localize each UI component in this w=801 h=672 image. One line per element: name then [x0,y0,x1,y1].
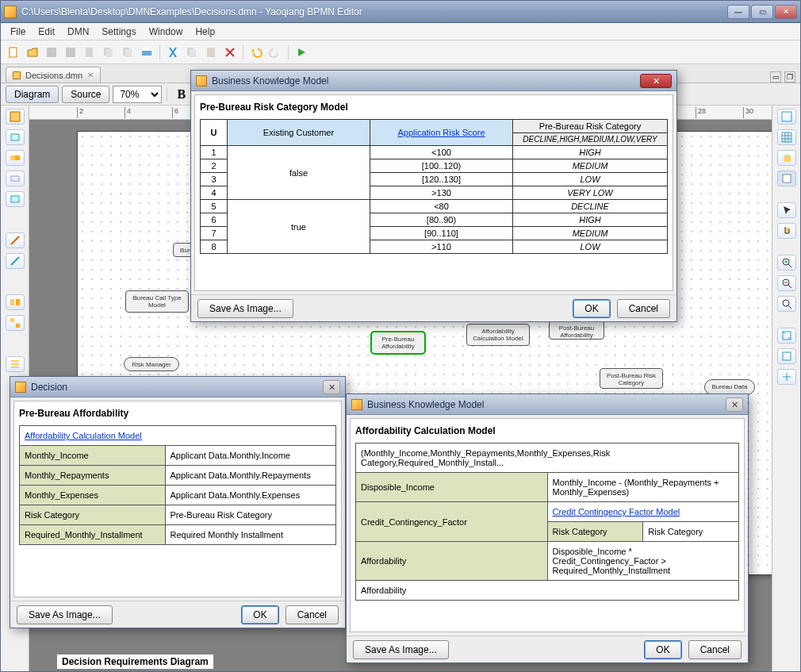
svg-rect-18 [11,196,19,202]
dialog-titlebar[interactable]: Business Knowledge Model ✕ [191,71,676,91]
cancel-button[interactable]: Cancel [688,640,742,659]
pages-icon[interactable] [120,44,136,60]
palette-knowledge-icon[interactable] [6,191,25,207]
menu-settings[interactable]: Settings [97,25,140,39]
svg-rect-0 [10,48,17,57]
page-icon[interactable] [82,44,98,60]
maximize-button[interactable]: ▭ [751,5,773,19]
palette-align1-icon[interactable] [777,328,796,344]
palette-align2-icon[interactable] [777,348,796,364]
palette-select-icon[interactable] [777,202,796,218]
close-button[interactable]: ✕ [775,5,797,19]
dialog-bkm1: Business Knowledge Model ✕ Pre-Bureau Ri… [190,70,677,322]
dialog-titlebar[interactable]: Decision ✕ [10,377,345,397]
save-as-image-button[interactable]: Save As Image... [353,640,449,659]
svg-rect-12 [207,48,215,57]
node-aff-calc-model[interactable]: Affordability Calculation Model [466,324,530,346]
cancel-button[interactable]: Cancel [286,605,339,624]
svg-rect-22 [16,299,20,305]
dialog-titlebar[interactable]: Business Knowledge Model ✕ [347,394,748,415]
new-icon[interactable] [6,44,21,60]
menu-help[interactable]: Help [190,25,220,39]
print-icon[interactable] [139,44,155,60]
cancel-button[interactable]: Cancel [617,299,670,318]
tab-restore-icon[interactable]: ▭ [770,71,781,83]
save-all-icon[interactable] [63,44,79,60]
svg-rect-30 [784,156,791,162]
minimize-button[interactable]: — [727,5,749,19]
page-label: Decision Requirements Diagram [56,654,214,670]
palette-align3-icon[interactable] [777,369,796,385]
dialog-footer: Save As Image... OK Cancel [191,294,676,321]
palette-zoomfit-icon[interactable] [777,296,796,312]
node-bureau-data[interactable]: Bureau Data [704,379,755,395]
svg-rect-23 [10,318,14,322]
col-output: Pre-Bureau Risk Category [513,120,668,133]
node-risk-manager[interactable]: Risk Manager [124,357,179,371]
close-icon[interactable]: ✕ [640,74,672,88]
zoom-select[interactable]: 70% [113,86,162,103]
palette-input-icon[interactable] [6,171,25,186]
palette-hand-icon[interactable] [777,223,796,239]
out-values: DECLINE,HIGH,MEDIUM,LOW,VERY [513,133,668,146]
save-as-image-button[interactable]: Save As Image... [197,299,293,318]
ok-button[interactable]: OK [573,299,610,318]
copy-page-icon[interactable] [101,44,117,60]
node-post-bureau-aff[interactable]: Post-Bureau Affordability [549,321,604,340]
context-table: (Monthly_Income,Monthly_Repayments,Month… [355,443,739,601]
svg-rect-21 [10,299,14,305]
palette-grid-icon[interactable] [777,109,796,125]
menu-edit[interactable]: Edit [33,25,59,39]
svg-rect-1 [47,48,56,57]
copy-icon[interactable] [184,44,200,60]
paste-icon[interactable] [203,44,219,60]
delete-icon[interactable] [222,44,238,60]
ccf-link[interactable]: Credit Contingency Factor Model [553,507,680,516]
tabbar-right: ▭ ❐ [770,71,795,83]
palette-bkm-icon[interactable] [6,150,25,166]
save-icon[interactable] [44,44,59,60]
save-as-image-button[interactable]: Save As Image... [17,605,113,624]
node-post-bureau-risk[interactable]: Post-Bureau Risk Category [600,368,663,389]
undo-icon[interactable] [248,44,264,60]
titlebar: C:\Users\Blenta\Desktop\DMNExamples\Deci… [1,1,800,23]
svg-rect-14 [11,134,19,140]
palette-list-icon[interactable] [6,356,25,372]
run-icon[interactable] [293,44,309,60]
col-existing-customer: Existing Customer [228,120,370,146]
close-icon[interactable]: ✕ [726,397,743,412]
diagram-button[interactable]: Diagram [6,86,59,103]
menu-file[interactable]: File [6,25,30,39]
bold-button[interactable]: B [172,87,190,102]
palette-zoomout-icon[interactable] [777,275,796,291]
ok-button[interactable]: OK [241,605,278,624]
palette-group2-icon[interactable] [6,315,25,331]
palette-group1-icon[interactable] [6,294,25,310]
open-icon[interactable] [25,44,40,60]
menu-window[interactable]: Window [144,25,188,39]
tab-max-icon[interactable]: ❐ [784,71,795,83]
palette-link1-icon[interactable] [6,232,25,248]
source-button[interactable]: Source [62,86,109,103]
svg-rect-8 [142,51,151,56]
close-icon[interactable]: ✕ [323,380,340,394]
model-link[interactable]: Affordability Calculation Model [25,431,142,440]
dialog-body: Pre-Bureau Affordability Affordability C… [13,401,342,597]
menu-dmn[interactable]: DMN [63,25,94,39]
ok-button[interactable]: OK [644,640,681,659]
node-bct-model[interactable]: Bureau Call Type Model [125,290,189,313]
tab-close-icon[interactable]: ✕ [87,71,94,79]
palette-pointer-icon[interactable] [6,109,25,125]
palette-overview-icon[interactable] [777,171,796,186]
palette-grid2-icon[interactable] [777,129,796,145]
redo-icon[interactable] [267,44,283,60]
dialog-body: Pre-Bureau Risk Category Model U Existin… [194,94,673,291]
palette-decision-icon[interactable] [6,129,25,145]
palette-zoomin-icon[interactable] [777,255,796,271]
col-link[interactable]: Application Risk Score [397,128,485,137]
document-tab[interactable]: Decisions.dmn ✕ [6,67,101,83]
node-pre-bureau-aff[interactable]: Pre-Bureau Affordability [371,332,425,354]
palette-link2-icon[interactable] [6,253,25,269]
cut-icon[interactable] [165,44,181,60]
palette-layers-icon[interactable] [777,150,796,166]
